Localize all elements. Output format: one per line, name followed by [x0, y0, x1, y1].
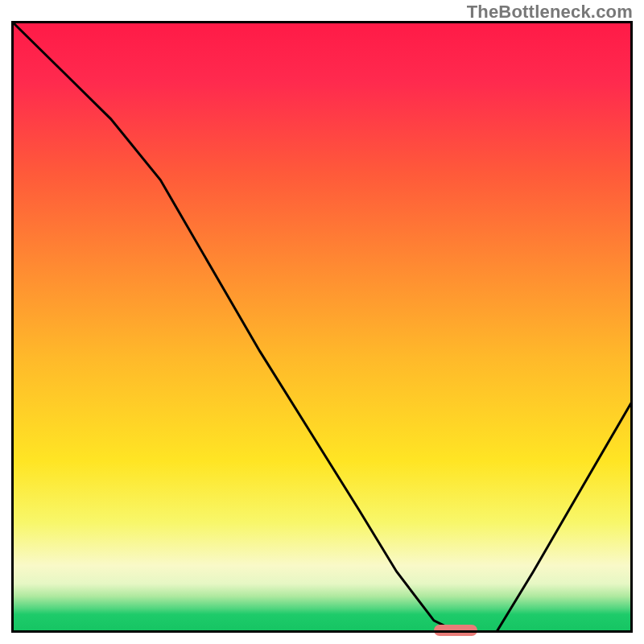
watermark-text: TheBottleneck.com	[467, 2, 633, 23]
optimal-range-marker	[434, 625, 477, 636]
chart-background-gradient	[11, 21, 633, 633]
chart-canvas: TheBottleneck.com	[0, 0, 644, 644]
